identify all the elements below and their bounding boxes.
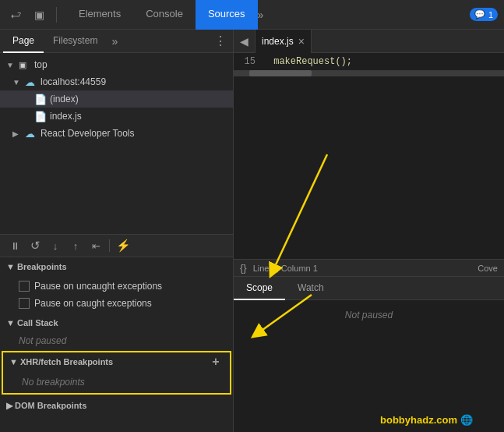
tree-arrow-top: ▼ <box>6 61 19 69</box>
editor-tab-label: index.js <box>262 36 294 47</box>
folder-icon-top: ▣ <box>19 60 31 70</box>
code-text-15: makeRequest(); <box>273 56 352 67</box>
call-stack-label: ▼ Call Stack <box>6 318 58 328</box>
xhr-section: ▼ XHR/fetch Breakpoints + No breakpoints <box>2 351 231 395</box>
debug-content: Not paused <box>234 300 504 432</box>
coverage-label: Cove <box>478 264 498 273</box>
breakpoints-label: ▼ Breakpoints <box>6 262 67 271</box>
tree-label-react-tools: React Developer Tools <box>41 128 135 139</box>
debug-panel: Scope Watch Not paused <box>234 276 504 432</box>
editor-tab-indexjs[interactable]: index.js × <box>256 30 312 53</box>
xhr-label: ▼ XHR/fetch Breakpoints <box>9 357 113 366</box>
tab-watch[interactable]: Watch <box>285 277 337 300</box>
watermark-text: bobbyhadz.com <box>380 414 457 426</box>
cloud-icon-react-tools: ☁ <box>25 128 37 140</box>
left-tabs-more[interactable]: » <box>107 35 122 48</box>
watermark-globe: 🌐 <box>460 414 473 426</box>
breakpoints-header[interactable]: ▼ Breakpoints <box>0 257 233 276</box>
toolbar-icons-left: ⮐ ▣ <box>0 5 66 24</box>
xhr-add-btn[interactable]: + <box>208 354 224 370</box>
pause-caught-item[interactable]: Pause on caught exceptions <box>0 295 233 312</box>
watermark: bobbyhadz.com 🌐 <box>380 414 473 426</box>
step-out-btn[interactable]: ↑ <box>67 237 84 254</box>
tree-item-indexjs[interactable]: 📄 index.js <box>0 108 233 125</box>
tree-item-index[interactable]: 📄 (index) <box>0 90 233 108</box>
code-line-15: 15 makeRequest(); <box>240 56 498 67</box>
main-layout: Page Filesystem » ⋮ ▼ ▣ top ▼ ☁ localhos… <box>0 30 504 432</box>
tree-arrow-localhost: ▼ <box>12 78 25 87</box>
right-panel: ◀ index.js × 15 makeRequest(); {} Line 1… <box>234 30 504 432</box>
devtools-back-icon[interactable]: ⮐ <box>6 5 25 24</box>
pause-uncaught-label: Pause on uncaught exceptions <box>34 281 162 292</box>
call-stack-not-paused: Not paused <box>0 332 233 349</box>
pause-caught-checkbox[interactable] <box>19 298 30 309</box>
tree-item-localhost[interactable]: ▼ ☁ localhost:44559 <box>0 73 233 90</box>
editor-tab-close[interactable]: × <box>298 35 305 48</box>
step-over-btn[interactable]: ↺ <box>26 237 44 254</box>
step-back-btn[interactable]: ⇤ <box>87 237 104 254</box>
pause-btn[interactable]: ⏸ <box>6 237 23 254</box>
tree-arrow-react-tools: ▶ <box>12 129 25 138</box>
tree-item-react-tools[interactable]: ▶ ☁ React Developer Tools <box>0 125 233 142</box>
tree-label-indexjs: index.js <box>50 111 82 122</box>
debug-separator <box>109 239 110 252</box>
debug-tabs: Scope Watch <box>234 277 504 300</box>
toolbar-right: 💬 1 <box>463 8 504 21</box>
xhr-content: No breakpoints <box>3 371 230 393</box>
notification-count: 1 <box>488 10 493 19</box>
editor-area: 15 makeRequest(); <box>234 53 504 259</box>
tab-filesystem[interactable]: Filesystem <box>44 30 107 53</box>
bottom-left-panel: ▼ Breakpoints Pause on uncaught exceptio… <box>0 257 233 432</box>
tab-scope[interactable]: Scope <box>234 277 285 300</box>
dom-breakpoints-header[interactable]: ▶ DOM Breakpoints <box>0 396 233 415</box>
file-icon-index: 📄 <box>34 94 47 105</box>
editor-scrollbar[interactable] <box>234 70 504 76</box>
left-tabs-kebab[interactable]: ⋮ <box>211 34 230 48</box>
devtools-forward-icon[interactable]: ▣ <box>30 5 48 24</box>
editor-tabs: ◀ index.js × <box>234 30 504 53</box>
left-panel: Page Filesystem » ⋮ ▼ ▣ top ▼ ☁ localhos… <box>0 30 234 432</box>
top-toolbar: ⮐ ▣ Elements Console Sources » 💬 1 <box>0 0 504 30</box>
breakpoints-content: Pause on uncaught exceptions Pause on ca… <box>0 276 233 313</box>
xhr-header[interactable]: ▼ XHR/fetch Breakpoints + <box>3 352 230 371</box>
cursor-position: Line 1, Column 1 <box>253 264 318 273</box>
chat-icon: 💬 <box>474 9 485 19</box>
tabs-more-icon[interactable]: » <box>258 9 264 21</box>
debug-toolbar: ⏸ ↺ ↓ ↑ ⇤ ⚡ <box>0 234 233 257</box>
pause-uncaught-checkbox[interactable] <box>19 281 30 292</box>
tab-elements[interactable]: Elements <box>66 0 133 30</box>
tree-item-top[interactable]: ▼ ▣ top <box>0 56 233 73</box>
xhr-no-breakpoints: No breakpoints <box>22 377 85 388</box>
editor-tab-nav[interactable]: ◀ <box>234 30 256 53</box>
file-icon-indexjs: 📄 <box>34 111 47 122</box>
line-number-15: 15 <box>240 56 256 67</box>
pause-caught-label: Pause on caught exceptions <box>34 298 152 309</box>
tab-console[interactable]: Console <box>133 0 196 30</box>
notification-badge[interactable]: 💬 1 <box>470 8 498 21</box>
debug-not-paused: Not paused <box>240 306 498 320</box>
file-tree: ▼ ▣ top ▼ ☁ localhost:44559 📄 (index) 📄 … <box>0 53 233 234</box>
call-stack-header[interactable]: ▼ Call Stack <box>0 313 233 332</box>
tab-page[interactable]: Page <box>3 30 44 53</box>
tree-label-localhost: localhost:44559 <box>41 76 106 87</box>
editor-scrollbar-thumb[interactable] <box>249 70 312 76</box>
deactivate-btn[interactable]: ⚡ <box>115 237 132 254</box>
pause-uncaught-item[interactable]: Pause on uncaught exceptions <box>0 278 233 295</box>
nav-tabs: Elements Console Sources » <box>66 0 463 30</box>
tree-label-top: top <box>34 59 48 70</box>
step-into-btn[interactable]: ↓ <box>47 237 64 254</box>
cloud-icon-localhost: ☁ <box>25 76 37 88</box>
code-content: 15 makeRequest(); <box>234 53 504 70</box>
tree-label-index: (index) <box>50 94 79 104</box>
bracket-icon: {} <box>240 262 247 274</box>
status-bar: {} Line 1, Column 1 Cove <box>234 259 504 276</box>
separator <box>56 7 57 23</box>
left-tabs: Page Filesystem » ⋮ <box>0 30 233 53</box>
dom-breakpoints-label: ▶ DOM Breakpoints <box>6 401 86 411</box>
tab-sources[interactable]: Sources <box>196 0 258 30</box>
